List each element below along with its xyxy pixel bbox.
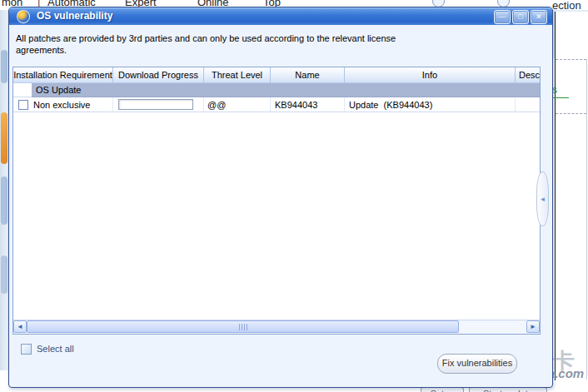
download-progress-bar	[118, 99, 193, 110]
scrollbar-grip-icon	[239, 324, 247, 330]
bg-left-blob-orange	[1, 112, 7, 164]
column-header-download-progress[interactable]: Download Progress	[113, 67, 204, 82]
chevron-left-icon: ◄	[540, 196, 546, 203]
patch-table: Installation Requirement Download Progre…	[12, 67, 541, 335]
scrollbar-thumb[interactable]	[27, 320, 459, 333]
bg-left-blob	[1, 50, 7, 83]
bg-left-strip	[0, 10, 8, 370]
cell-download-progress	[113, 97, 204, 112]
minimize-button[interactable]: —	[494, 10, 511, 24]
table-header: Installation Requirement Download Progre…	[13, 67, 540, 83]
close-button[interactable]: ✕	[531, 10, 547, 24]
name-value: KB944043	[275, 100, 317, 110]
group-row-gutter	[13, 83, 32, 97]
rising-logo-icon	[17, 10, 30, 23]
scroll-right-button[interactable]: ►	[526, 320, 540, 333]
select-all-checkbox[interactable]	[21, 344, 32, 355]
bg-bottom-button-label: Setup	[421, 389, 463, 392]
dialog-title: OS vulnerability	[37, 10, 112, 22]
info-value: Update (KB944043)	[349, 100, 432, 110]
bg-dashed-divider	[556, 113, 586, 114]
column-header-threat-level[interactable]: Threat Level	[204, 67, 271, 82]
threat-level-value: @@	[207, 100, 226, 110]
bg-dashed-divider	[556, 59, 586, 60]
bg-left-blob	[1, 256, 7, 294]
bg-bottom-button-label: Start update	[470, 389, 546, 392]
row-checkbox[interactable]	[18, 100, 28, 110]
group-row-label: OS Update	[32, 83, 540, 97]
dialog-titlebar[interactable]: OS vulnerability — □ ✕	[9, 7, 552, 25]
chevron-left-icon: ◄	[17, 323, 23, 330]
cell-installation-requirement: Non exclusive	[13, 97, 113, 112]
bg-green-link-fragment[interactable]: s	[552, 84, 569, 98]
cell-threat-level: @@	[204, 97, 271, 112]
os-vulnerability-dialog: OS vulnerability — □ ✕ All patches are p…	[8, 7, 553, 388]
table-row[interactable]: Non exclusive @@ KB944043 Update (KB9440…	[13, 97, 540, 112]
maximize-button[interactable]: □	[512, 10, 529, 24]
column-header-installation-requirement[interactable]: Installation Requirement	[13, 67, 113, 82]
panel-collapse-handle[interactable]: ◄	[536, 171, 549, 226]
license-notice-line2: agreements.	[16, 44, 67, 56]
fix-vulnerabilities-button[interactable]: Fix vulnerabilities	[437, 354, 517, 374]
column-header-desc[interactable]: Desc	[516, 67, 540, 82]
license-notice-line1: All patches are provided by 3rd parties …	[16, 32, 396, 44]
group-row-os-update: OS Update	[13, 83, 540, 97]
cell-desc	[516, 97, 540, 112]
bg-left-blob	[1, 176, 7, 225]
select-all-label: Select all	[37, 344, 74, 354]
bg-panel-edge	[586, 59, 587, 380]
column-header-name[interactable]: Name	[271, 67, 345, 82]
screen: mon | Automatic Expert Online Top ection…	[0, 0, 588, 392]
cell-name: KB944043	[271, 97, 345, 112]
chevron-right-icon: ►	[530, 323, 536, 330]
cell-info: Update (KB944043)	[345, 97, 516, 112]
scroll-left-button[interactable]: ◄	[13, 320, 27, 333]
bg-right-panel	[555, 12, 588, 380]
column-header-info[interactable]: Info	[345, 67, 516, 82]
horizontal-scrollbar[interactable]: ◄ ►	[13, 320, 540, 334]
installation-requirement-value: Non exclusive	[33, 100, 90, 110]
window-controls: — □ ✕	[494, 10, 547, 24]
